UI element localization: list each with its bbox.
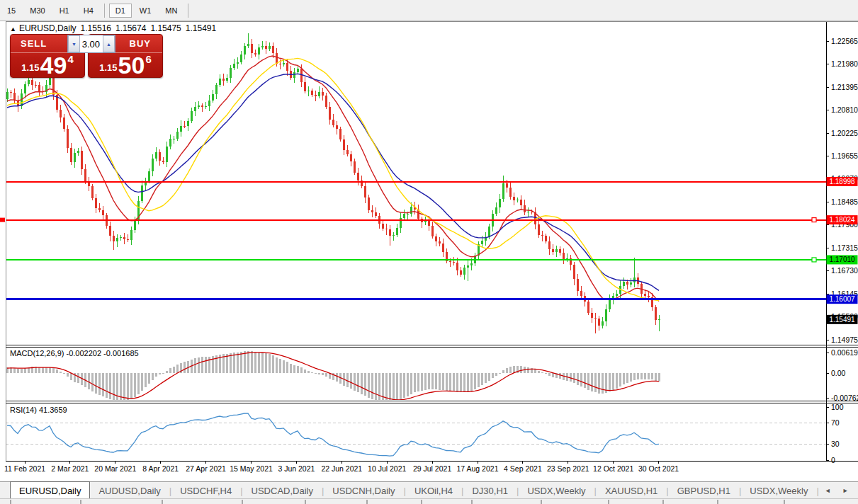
- chart-title: ▲EURUSD,Daily1.155161.156741.154751.1549…: [10, 23, 220, 33]
- toolbar-separator: [188, 4, 188, 18]
- chart-background: [0, 21, 858, 481]
- panel-notch: [717, 500, 718, 504]
- bottom-strip: [0, 498, 858, 504]
- panel-notch: [242, 500, 243, 504]
- timeframe-h4-button[interactable]: H4: [77, 4, 100, 18]
- rsi-axis-label: 0: [831, 456, 835, 464]
- level-left-anchor: [0, 218, 5, 222]
- rsi-header: RSI(14) 41.3659: [10, 406, 67, 414]
- ask-price-pip: 6: [145, 53, 151, 65]
- y-axis-label: 1.16730: [831, 266, 858, 275]
- timeframe-d1-button[interactable]: D1: [109, 4, 132, 18]
- timeframe-15-button[interactable]: 15: [1, 4, 22, 18]
- x-axis-date-label: 30 Oct 2021: [638, 464, 679, 473]
- chart-tab-bar: EURUSD,DailyAUDUSD,Daily|USDCHF,H4|USDCA…: [0, 481, 858, 499]
- bid-price: 1.15494: [11, 53, 84, 77]
- rsi-axis-label: 70: [831, 418, 840, 427]
- y-axis-label: 1.14975: [831, 336, 858, 344]
- ask-price-prefix: 1.15: [99, 62, 117, 73]
- chart-symbol: EURUSD,Daily: [19, 23, 77, 33]
- tab-usdchf-h4[interactable]: USDCHF,H4: [171, 482, 240, 499]
- x-axis-date-label: 29 Jul 2021: [413, 464, 451, 473]
- tab-eurusd-daily[interactable]: EURUSD,Daily: [10, 481, 90, 499]
- timeframe-m30-button[interactable]: M30: [23, 4, 51, 18]
- macd-axis-label: -0.00762: [831, 394, 858, 402]
- rsi-axis-label: 30: [831, 440, 840, 448]
- x-axis-date-label: 2 Mar 2021: [51, 464, 89, 473]
- timeframe-mn-button[interactable]: MN: [159, 4, 184, 18]
- timeframe-w1-button[interactable]: W1: [133, 4, 158, 18]
- x-axis-date-label: 8 Apr 2021: [142, 464, 179, 473]
- level-price-label: 1.16007: [829, 295, 855, 303]
- y-axis-label: 1.21395: [831, 83, 858, 91]
- x-axis-date-label: 15 May 2021: [230, 464, 273, 473]
- tab-gbpusd-h1[interactable]: GBPUSD,H1: [669, 482, 739, 499]
- tab-xauusd-h1[interactable]: XAUUSD,H1: [597, 482, 666, 499]
- timeframe-toolbar: 15M30H1H4D1W1MN: [0, 0, 858, 21]
- ohlc-open: 1.15516: [81, 23, 111, 33]
- ask-price-big: 50: [118, 55, 145, 76]
- panel-notch: [608, 500, 609, 504]
- y-axis-label: 1.21980: [831, 59, 858, 68]
- toolbar-separator: [104, 4, 105, 18]
- panel-notch: [662, 500, 664, 504]
- tab-scroll-left-icon[interactable]: ◄: [819, 487, 837, 494]
- tab-dj30-h1[interactable]: DJ30,H1: [463, 482, 517, 499]
- level-handle[interactable]: [812, 258, 816, 262]
- x-axis-date-label: 11 Feb 2021: [4, 464, 45, 473]
- bid-price-big: 49: [40, 55, 67, 76]
- ask-price: 1.15506: [89, 53, 162, 77]
- y-axis-label: 1.22565: [831, 37, 858, 45]
- level-price-label: 1.18024: [829, 216, 855, 224]
- y-axis-label: 1.17315: [831, 244, 858, 252]
- ohlc-high: 1.15674: [115, 23, 146, 33]
- rsi-axis-label: 100: [831, 403, 844, 411]
- ohlc-low: 1.15475: [150, 23, 181, 33]
- panel-notch: [162, 500, 163, 504]
- timeframe-h1-button[interactable]: H1: [53, 4, 76, 18]
- tab-usdcnh-daily[interactable]: USDCNH,Daily: [324, 482, 403, 499]
- y-axis-label: 1.18485: [831, 197, 858, 206]
- volume-spinner: ▼ 3.00 ▲: [67, 35, 115, 53]
- macd-axis-label: 0.006193: [831, 348, 858, 357]
- tab-usdx-weekly[interactable]: USDX,Weekly: [519, 482, 594, 499]
- panel-notch: [784, 500, 785, 504]
- volume-decrease-button[interactable]: ▼: [68, 35, 80, 52]
- collapse-arrow-icon[interactable]: ▲: [10, 25, 16, 33]
- x-axis-date-label: 4 Sep 2021: [504, 464, 542, 473]
- panel-notch: [10, 500, 11, 504]
- panel-notch: [305, 500, 306, 504]
- bid-price-pip: 4: [67, 53, 73, 65]
- level-price-label: 1.18998: [829, 178, 855, 185]
- tab-ukoil-h4[interactable]: UKOil,H4: [406, 482, 461, 499]
- x-axis-date-label: 3 Jun 2021: [278, 464, 315, 473]
- panel-notch: [471, 500, 473, 504]
- x-axis-date-label: 27 Apr 2021: [186, 464, 226, 473]
- x-axis-date-label: 12 Oct 2021: [593, 464, 633, 473]
- tab-usdcad-daily[interactable]: USDCAD,Daily: [243, 482, 322, 499]
- level-price-label: 1.17010: [829, 256, 855, 263]
- bid-price-prefix: 1.15: [21, 62, 39, 73]
- tab-usdx-weekly[interactable]: USDX,Weekly: [741, 482, 816, 499]
- panel-notch: [366, 500, 368, 504]
- tab-audusd-daily[interactable]: AUDUSD,Daily: [90, 482, 169, 499]
- panel-notch: [80, 500, 81, 504]
- panel-notch: [421, 500, 422, 504]
- level-price-label: 1.15491: [829, 316, 855, 323]
- one-click-trading-widget: SELL 1.15494 BUY 1.15506 ▼ 3.00 ▲: [10, 34, 163, 76]
- level-handle[interactable]: [812, 218, 816, 222]
- x-axis-date-label: 17 Aug 2021: [457, 464, 499, 473]
- ohlc-close: 1.15491: [186, 23, 216, 33]
- y-axis-label: 1.20810: [831, 105, 858, 114]
- macd-axis-label: 0.00: [831, 369, 846, 377]
- x-axis-date-label: 23 Sep 2021: [547, 464, 589, 473]
- volume-field[interactable]: 3.00: [80, 35, 103, 52]
- y-axis-label: 1.20225: [831, 129, 858, 137]
- x-axis-date-label: 10 Jul 2021: [368, 464, 406, 473]
- macd-header: MACD(12,26,9) -0.002202 -0.001685: [10, 349, 139, 357]
- x-axis-date-label: 20 Mar 2021: [94, 464, 136, 473]
- y-axis-label: 1.19655: [831, 151, 858, 160]
- panel-notch: [541, 500, 542, 504]
- volume-increase-button[interactable]: ▲: [103, 35, 115, 52]
- tab-scroll-right-icon[interactable]: ►: [837, 487, 854, 494]
